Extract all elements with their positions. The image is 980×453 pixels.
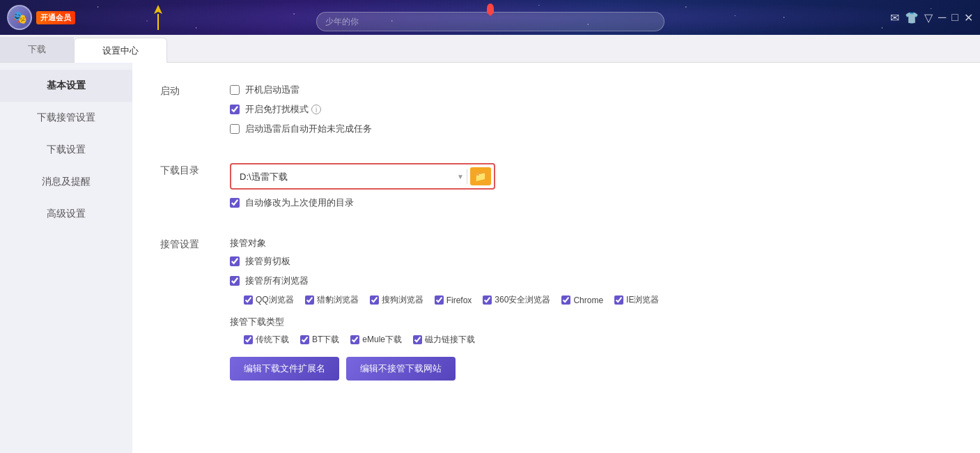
edit-sites-button[interactable]: 编辑不接管下载网站 bbox=[346, 357, 456, 381]
browser-360: 360安全浏览器 bbox=[483, 294, 550, 306]
menu-icon[interactable]: ▽ bbox=[924, 11, 933, 24]
decoration-icon bbox=[150, 3, 166, 34]
browser-ie-checkbox[interactable] bbox=[614, 295, 623, 305]
type-bt-checkbox[interactable] bbox=[300, 335, 309, 344]
all-browsers-row: 接管所有浏览器 bbox=[230, 275, 952, 287]
browser-sogou-label: 搜狗浏览器 bbox=[382, 294, 423, 306]
type-magnet-checkbox[interactable] bbox=[413, 335, 422, 344]
all-browsers-label[interactable]: 接管所有浏览器 bbox=[245, 275, 309, 287]
type-emule: eMule下载 bbox=[350, 334, 402, 346]
autostart-label[interactable]: 开机启动迅雷 bbox=[245, 84, 300, 96]
takeover-target-title: 接管对象 bbox=[230, 237, 952, 249]
browser-leopard-label: 猎豹浏览器 bbox=[317, 294, 359, 306]
takeover-controls: 接管对象 接管剪切板 接管所有浏览器 QQ浏览器 bbox=[230, 237, 952, 381]
download-dir-section: 下载目录 D:\迅雷下载 ▼ 📁 自动修改为上次使用的目录 bbox=[160, 163, 952, 216]
type-emule-checkbox[interactable] bbox=[350, 335, 359, 344]
download-dir-controls: D:\迅雷下载 ▼ 📁 自动修改为上次使用的目录 bbox=[230, 163, 952, 216]
download-type-row: 传统下载 BT下载 eMule下载 磁力链接下载 bbox=[244, 334, 952, 346]
browser-qq-checkbox[interactable] bbox=[244, 295, 253, 305]
browser-qq: QQ浏览器 bbox=[244, 294, 294, 306]
browser-chrome-label: Chrome bbox=[573, 295, 603, 305]
avatar: 🎭 bbox=[7, 5, 32, 30]
type-bt-label: BT下载 bbox=[312, 334, 339, 346]
browser-firefox-checkbox[interactable] bbox=[435, 295, 444, 305]
browser-row: QQ浏览器 猎豹浏览器 搜狗浏览器 Firefox bbox=[244, 294, 952, 306]
title-bar: 🎭 开通会员 ✉ 👕 ▽ ─ □ ✕ bbox=[0, 0, 980, 35]
browser-leopard-checkbox[interactable] bbox=[305, 295, 314, 305]
tabs-bar: 下载 设置中心 bbox=[0, 35, 980, 63]
vip-badge[interactable]: 开通会员 bbox=[36, 11, 75, 24]
startup-section: 启动 开机启动迅雷 开启免打扰模式 i 启动迅雷后自动开始未完成任务 bbox=[160, 84, 952, 142]
auto-modify-checkbox[interactable] bbox=[230, 198, 240, 208]
sidebar-item-basic[interactable]: 基本设置 bbox=[0, 70, 132, 102]
close-icon[interactable]: ✕ bbox=[964, 11, 973, 24]
type-traditional-label: 传统下载 bbox=[256, 334, 289, 346]
search-area bbox=[316, 3, 664, 31]
content-area: 启动 开机启动迅雷 开启免打扰模式 i 启动迅雷后自动开始未完成任务 下载 bbox=[132, 63, 980, 453]
startup-controls: 开机启动迅雷 开启免打扰模式 i 启动迅雷后自动开始未完成任务 bbox=[230, 84, 952, 142]
browser-leopard: 猎豹浏览器 bbox=[305, 294, 359, 306]
autostart-checkbox[interactable] bbox=[230, 85, 240, 95]
btn-row: 编辑下载文件扩展名 编辑不接管下载网站 bbox=[230, 357, 952, 381]
browser-sogou-checkbox[interactable] bbox=[370, 295, 379, 305]
download-types-title: 接管下载类型 bbox=[230, 316, 952, 328]
avatar-area: 🎭 开通会员 bbox=[7, 5, 75, 30]
search-pin bbox=[487, 3, 494, 13]
browser-firefox-label: Firefox bbox=[446, 295, 472, 305]
clipboard-checkbox[interactable] bbox=[230, 256, 240, 266]
dir-divider bbox=[467, 169, 467, 184]
main-layout: 基本设置 下载接管设置 下载设置 消息及提醒 高级设置 启动 开机启动迅雷 bbox=[0, 63, 980, 453]
all-browsers-checkbox[interactable] bbox=[230, 276, 240, 286]
browser-ie-label: IE浏览器 bbox=[626, 294, 659, 306]
maximize-icon[interactable]: □ bbox=[951, 11, 958, 24]
clipboard-row: 接管剪切板 bbox=[230, 255, 952, 268]
info-icon[interactable]: i bbox=[311, 105, 321, 114]
type-magnet: 磁力链接下载 bbox=[413, 334, 475, 346]
edit-extensions-button[interactable]: 编辑下载文件扩展名 bbox=[230, 357, 339, 381]
type-bt: BT下载 bbox=[300, 334, 339, 346]
sidebar-item-download-takeover[interactable]: 下载接管设置 bbox=[0, 102, 132, 134]
browser-qq-label: QQ浏览器 bbox=[256, 294, 294, 306]
takeover-label: 接管设置 bbox=[160, 237, 230, 381]
autotask-label[interactable]: 启动迅雷后自动开始未完成任务 bbox=[245, 123, 372, 135]
mail-icon[interactable]: ✉ bbox=[890, 11, 899, 24]
folder-icon: 📁 bbox=[474, 171, 486, 182]
shirt-icon[interactable]: 👕 bbox=[905, 11, 919, 24]
dropdown-arrow: ▼ bbox=[457, 173, 464, 181]
download-dir-label: 下载目录 bbox=[160, 163, 230, 216]
sidebar: 基本设置 下载接管设置 下载设置 消息及提醒 高级设置 bbox=[0, 63, 132, 453]
sidebar-item-advanced[interactable]: 高级设置 bbox=[0, 198, 132, 230]
browser-chrome: Chrome bbox=[561, 295, 603, 305]
browser-sogou: 搜狗浏览器 bbox=[370, 294, 423, 306]
autostart-row: 开机启动迅雷 bbox=[230, 84, 952, 96]
nodisturb-checkbox[interactable] bbox=[230, 105, 240, 114]
auto-modify-row: 自动修改为上次使用的目录 bbox=[230, 197, 952, 209]
tab-download[interactable]: 下载 bbox=[0, 37, 74, 62]
dir-select[interactable]: D:\迅雷下载 bbox=[234, 169, 457, 185]
tab-settings[interactable]: 设置中心 bbox=[74, 38, 167, 63]
browser-360-checkbox[interactable] bbox=[483, 295, 492, 305]
auto-modify-label[interactable]: 自动修改为上次使用的目录 bbox=[245, 197, 354, 209]
type-traditional: 传统下载 bbox=[244, 334, 289, 346]
sidebar-item-notification[interactable]: 消息及提醒 bbox=[0, 166, 132, 198]
autotask-checkbox[interactable] bbox=[230, 124, 240, 134]
dir-folder-button[interactable]: 📁 bbox=[470, 167, 491, 185]
startup-label: 启动 bbox=[160, 84, 230, 142]
type-magnet-label: 磁力链接下载 bbox=[425, 334, 475, 346]
browser-chrome-checkbox[interactable] bbox=[561, 295, 570, 305]
autotask-row: 启动迅雷后自动开始未完成任务 bbox=[230, 123, 952, 135]
takeover-section: 接管设置 接管对象 接管剪切板 接管所有浏览器 QQ浏览器 bbox=[160, 237, 952, 381]
browser-ie: IE浏览器 bbox=[614, 294, 659, 306]
browser-360-label: 360安全浏览器 bbox=[495, 294, 550, 306]
sidebar-item-download-settings[interactable]: 下载设置 bbox=[0, 134, 132, 166]
window-controls[interactable]: ✉ 👕 ▽ ─ □ ✕ bbox=[890, 11, 973, 24]
minimize-icon[interactable]: ─ bbox=[938, 11, 946, 24]
search-input[interactable] bbox=[325, 17, 655, 26]
dir-input-wrap: D:\迅雷下载 ▼ 📁 bbox=[230, 163, 495, 190]
clipboard-label[interactable]: 接管剪切板 bbox=[245, 255, 290, 268]
type-traditional-checkbox[interactable] bbox=[244, 335, 253, 344]
nodisturb-row: 开启免打扰模式 i bbox=[230, 103, 952, 116]
nodisturb-label[interactable]: 开启免打扰模式 bbox=[245, 103, 309, 116]
browser-firefox: Firefox bbox=[435, 295, 472, 305]
type-emule-label: eMule下载 bbox=[362, 334, 402, 346]
